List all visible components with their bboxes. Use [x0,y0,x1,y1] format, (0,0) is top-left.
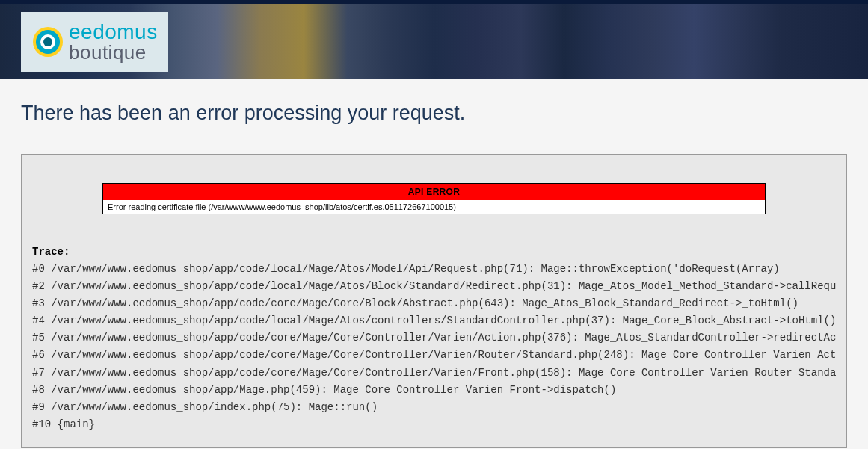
trace-line: #2 /var/www/www.eedomus_shop/app/code/lo… [32,278,836,295]
trace-section: Trace: #0 /var/www/www.eedomus_shop/app/… [32,246,836,433]
trace-line: #0 /var/www/www.eedomus_shop/app/code/lo… [32,261,836,278]
svg-point-3 [43,37,52,46]
error-header: API ERROR [103,184,766,201]
logo-icon [31,25,64,58]
trace-line: #3 /var/www/www.eedomus_shop/app/code/co… [32,295,836,312]
logo-bottom: boutique [69,43,158,63]
trace-line: #6 /var/www/www.eedomus_shop/app/code/co… [32,347,836,364]
trace-line: #9 /var/www/www.eedomus_shop/index.php(7… [32,399,836,416]
page-title: There has been an error processing your … [21,102,847,131]
trace-line: #7 /var/www/www.eedomus_shop/app/code/co… [32,365,836,382]
trace-lines: #0 /var/www/www.eedomus_shop/app/code/lo… [32,261,836,433]
trace-label: Trace: [32,246,836,258]
error-message: Error reading certificate file (/var/www… [103,200,766,214]
header: eedomus boutique [0,4,868,79]
logo[interactable]: eedomus boutique [21,12,168,72]
error-table: API ERROR Error reading certificate file… [102,183,766,214]
trace-line: #5 /var/www/www.eedomus_shop/app/code/co… [32,329,836,347]
trace-line: #10 {main} [32,416,836,433]
error-panel: API ERROR Error reading certificate file… [21,154,847,448]
logo-text: eedomus boutique [69,21,158,64]
trace-line: #4 /var/www/www.eedomus_shop/app/code/lo… [32,312,836,329]
logo-top: eedomus [69,21,158,43]
content: There has been an error processing your … [0,79,868,449]
trace-line: #8 /var/www/www.eedomus_shop/app/Mage.ph… [32,382,836,399]
